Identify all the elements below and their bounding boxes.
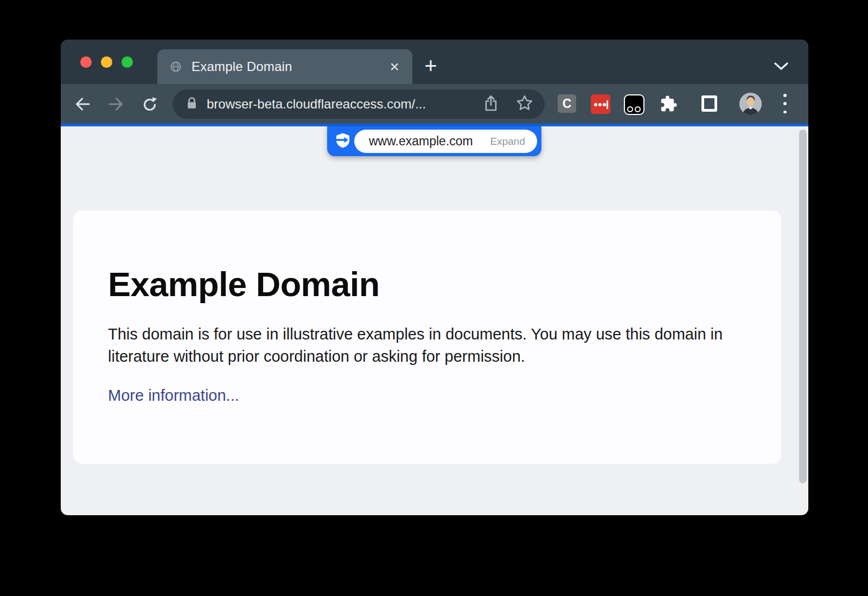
screenshot-stage: Example Domain × +: [0, 0, 868, 596]
reload-button[interactable]: [141, 95, 159, 113]
isolation-domain-pill[interactable]: www.example.com Expand: [354, 130, 537, 153]
tab-title: Example Domain: [192, 59, 292, 74]
dot: [783, 102, 787, 105]
dot: [598, 103, 602, 106]
toolbar: browser-beta.cloudflareaccess.com/... C: [61, 84, 808, 124]
extension-c-label: C: [563, 97, 572, 111]
browser-window: Example Domain × +: [61, 40, 808, 515]
close-window-button[interactable]: [80, 56, 92, 68]
tab-strip: Example Domain × +: [61, 40, 808, 84]
tab-example-domain[interactable]: Example Domain ×: [157, 49, 412, 84]
zoom-window-button[interactable]: [122, 56, 133, 68]
globe-favicon-icon: [169, 60, 182, 73]
dot: [783, 94, 787, 97]
dot: [603, 103, 606, 106]
bookmark-star-icon[interactable]: [515, 94, 534, 114]
close-tab-icon[interactable]: ×: [390, 49, 399, 84]
isolation-banner[interactable]: www.example.com Expand: [327, 126, 541, 156]
example-domain-card: Example Domain This domain is for use in…: [73, 210, 781, 464]
profile-avatar[interactable]: [739, 93, 762, 115]
extensions-puzzle-icon[interactable]: [660, 95, 678, 115]
more-information-link[interactable]: More information...: [108, 387, 239, 405]
page-viewport: www.example.com Expand Example Domain Th…: [61, 126, 808, 515]
scrollbar-thumb[interactable]: [799, 130, 807, 483]
forward-button[interactable]: [107, 95, 125, 113]
back-button[interactable]: [73, 95, 92, 113]
expand-button[interactable]: Expand: [490, 136, 525, 148]
page-body-text: This domain is for use in illustrative e…: [108, 323, 746, 367]
page-title: Example Domain: [108, 265, 746, 304]
lens: [635, 106, 641, 112]
tab-search-chevron-icon[interactable]: [773, 61, 789, 73]
share-icon[interactable]: [483, 94, 499, 114]
url-text: browser-beta.cloudflareaccess.com/...: [207, 97, 483, 112]
new-tab-button[interactable]: +: [419, 54, 443, 78]
side-panel-icon[interactable]: [701, 95, 717, 112]
extension-lastpass-icon[interactable]: [591, 94, 610, 114]
extension-binoculars-icon[interactable]: [624, 94, 644, 115]
lock-icon[interactable]: [186, 97, 198, 112]
window-controls: [80, 56, 133, 68]
isolated-hostname: www.example.com: [369, 134, 473, 149]
address-bar[interactable]: browser-beta.cloudflareaccess.com/...: [173, 89, 545, 119]
browser-menu-icon[interactable]: [782, 94, 788, 113]
isolation-shield-icon: [334, 132, 352, 151]
bar: [607, 100, 608, 109]
dot: [594, 103, 597, 106]
dot: [783, 111, 787, 114]
lens: [627, 106, 633, 112]
extension-c-icon[interactable]: C: [558, 94, 576, 113]
minimize-window-button[interactable]: [101, 56, 112, 68]
